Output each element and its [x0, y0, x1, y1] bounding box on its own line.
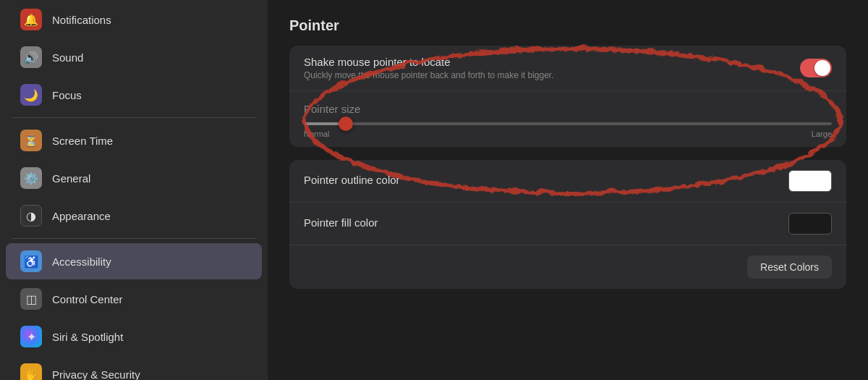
sidebar-label-sound: Sound [52, 51, 83, 64]
main-content: Pointer Shake mouse pointer to locate Qu… [268, 0, 868, 319]
sidebar-item-appearance[interactable]: ◑Appearance [6, 198, 262, 234]
sidebar-label-accessibility: Accessibility [52, 256, 111, 268]
card-actions: Reset Colors [289, 245, 846, 289]
sidebar-item-sound[interactable]: 🔊Sound [6, 39, 262, 75]
sidebar-label-general: General [52, 172, 90, 185]
shake-pointer-card: Shake mouse pointer to locate Quickly mo… [289, 46, 846, 147]
slider-track[interactable] [304, 122, 832, 125]
pointer-size-row: Pointer size Normal Large [289, 91, 846, 147]
sidebar-label-screentime: Screen Time [52, 135, 113, 147]
sidebar-item-controlcenter[interactable]: ◫Control Center [6, 281, 262, 317]
slider-max-label: Large [812, 130, 832, 138]
sidebar-item-general[interactable]: ⚙️General [6, 160, 262, 196]
fill-color-title: Pointer fill color [304, 216, 788, 229]
accessibility-icon: ♿ [20, 250, 42, 272]
sidebar-item-siri[interactable]: ✦Siri & Spotlight [6, 318, 262, 355]
outline-color-swatch[interactable] [788, 170, 832, 192]
shake-pointer-title: Shake mouse pointer to locate [304, 56, 800, 68]
shake-pointer-label: Shake mouse pointer to locate Quickly mo… [304, 56, 800, 80]
color-card: Pointer outline color Pointer fill color… [289, 160, 846, 289]
sidebar-item-focus[interactable]: 🌙Focus [6, 77, 262, 113]
shake-pointer-row: Shake mouse pointer to locate Quickly mo… [289, 46, 846, 91]
sound-icon: 🔊 [20, 46, 42, 68]
sidebar-divider [12, 117, 256, 118]
notifications-icon: 🔔 [20, 9, 42, 30]
outline-color-title: Pointer outline color [304, 174, 788, 186]
slider-thumb[interactable] [339, 117, 353, 131]
privacy-icon: ✋ [20, 363, 42, 380]
shake-pointer-subtitle: Quickly move the mouse pointer back and … [304, 70, 800, 80]
sidebar-item-privacy[interactable]: ✋Privacy & Security [6, 356, 262, 380]
sidebar-label-focus: Focus [52, 89, 82, 101]
sidebar-item-screentime[interactable]: ⏳Screen Time [6, 122, 262, 159]
general-icon: ⚙️ [20, 167, 42, 189]
sidebar-label-appearance: Appearance [52, 210, 111, 222]
slider-min-label: Normal [304, 130, 329, 138]
sidebar-item-accessibility[interactable]: ♿Accessibility [6, 243, 262, 279]
shake-pointer-toggle[interactable] [800, 59, 832, 77]
reset-colors-button[interactable]: Reset Colors [747, 256, 832, 279]
outline-color-label-wrapper: Pointer outline color [304, 174, 788, 188]
sidebar-divider [12, 238, 256, 239]
sidebar-label-controlcenter: Control Center [52, 293, 123, 305]
section-title: Pointer [289, 17, 846, 34]
appearance-icon: ◑ [20, 205, 42, 227]
outline-color-row: Pointer outline color [289, 160, 846, 203]
sidebar-label-privacy: Privacy & Security [52, 368, 140, 381]
controlcenter-icon: ◫ [20, 288, 42, 310]
screentime-icon: ⏳ [20, 130, 42, 151]
slider-labels: Normal Large [304, 130, 832, 138]
toggle-knob [814, 60, 830, 76]
sidebar-label-siri: Siri & Spotlight [52, 331, 123, 343]
fill-color-row: Pointer fill color [289, 203, 846, 245]
slider-container[interactable] [304, 122, 832, 125]
main-content-wrapper: Pointer Shake mouse pointer to locate Qu… [268, 0, 868, 380]
siri-icon: ✦ [20, 326, 42, 347]
fill-color-label-wrapper: Pointer fill color [304, 216, 788, 231]
sidebar-label-notifications: Notifications [52, 14, 111, 26]
sidebar: 🔔Notifications🔊Sound🌙Focus⏳Screen Time⚙️… [0, 0, 268, 380]
focus-icon: 🌙 [20, 84, 42, 106]
fill-color-swatch[interactable] [788, 213, 832, 235]
sidebar-item-notifications[interactable]: 🔔Notifications [6, 1, 262, 38]
pointer-size-label: Pointer size [304, 103, 832, 115]
